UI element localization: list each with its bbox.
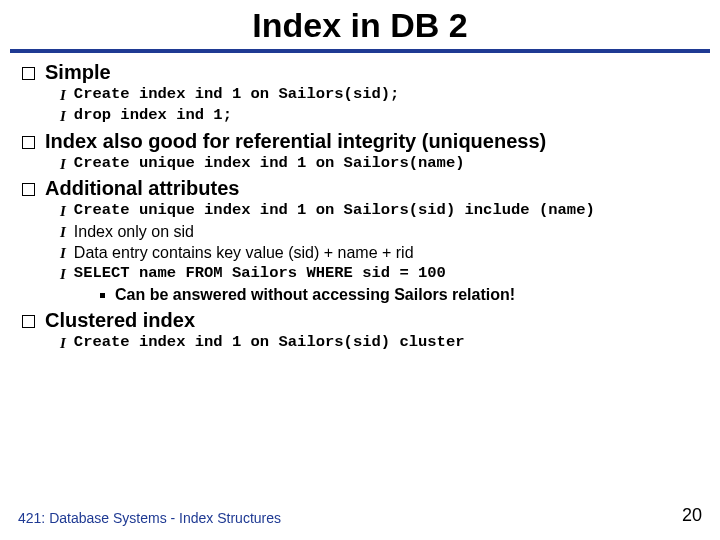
script-i-icon: I bbox=[60, 155, 66, 174]
item-text: Create index ind 1 on Sailors(sid) clust… bbox=[74, 333, 465, 352]
heading-text: Index also good for referential integrit… bbox=[45, 130, 546, 153]
slide-title: Index in DB 2 bbox=[0, 0, 720, 49]
section-heading: Index also good for referential integrit… bbox=[22, 130, 698, 153]
slide-content: Simple I Create index ind 1 on Sailors(s… bbox=[0, 61, 720, 353]
heading-text: Additional attributes bbox=[45, 177, 239, 200]
bullet-item: I Create index ind 1 on Sailors(sid) clu… bbox=[60, 333, 698, 353]
script-i-icon: I bbox=[60, 107, 66, 126]
section-heading: Additional attributes bbox=[22, 177, 698, 200]
bullet-item: I Data entry contains key value (sid) + … bbox=[60, 243, 698, 263]
script-i-icon: I bbox=[60, 223, 66, 242]
sub-bullet-item: Can be answered without accessing Sailor… bbox=[100, 285, 698, 305]
dot-bullet-icon bbox=[100, 293, 105, 298]
bullet-item: I drop index ind 1; bbox=[60, 106, 698, 126]
item-text: SELECT name FROM Sailors WHERE sid = 100 bbox=[74, 264, 446, 283]
item-text: Data entry contains key value (sid) + na… bbox=[74, 243, 414, 263]
script-i-icon: I bbox=[60, 244, 66, 263]
bullet-item: I Create index ind 1 on Sailors(sid); bbox=[60, 85, 698, 105]
item-text: Can be answered without accessing Sailor… bbox=[115, 285, 515, 305]
title-rule bbox=[10, 49, 710, 53]
bullet-item: I SELECT name FROM Sailors WHERE sid = 1… bbox=[60, 264, 698, 284]
slide: Index in DB 2 Simple I Create index ind … bbox=[0, 0, 720, 540]
footer-text: 421: Database Systems - Index Structures bbox=[18, 510, 281, 526]
heading-text: Clustered index bbox=[45, 309, 195, 332]
heading-text: Simple bbox=[45, 61, 111, 84]
footer: 421: Database Systems - Index Structures… bbox=[18, 505, 702, 526]
item-text: Create unique index ind 1 on Sailors(nam… bbox=[74, 154, 465, 173]
item-text: drop index ind 1; bbox=[74, 106, 232, 125]
square-bullet-icon bbox=[22, 183, 35, 196]
section-heading: Simple bbox=[22, 61, 698, 84]
square-bullet-icon bbox=[22, 315, 35, 328]
square-bullet-icon bbox=[22, 67, 35, 80]
script-i-icon: I bbox=[60, 202, 66, 221]
script-i-icon: I bbox=[60, 334, 66, 353]
item-text: Create index ind 1 on Sailors(sid); bbox=[74, 85, 400, 104]
script-i-icon: I bbox=[60, 86, 66, 105]
section-heading: Clustered index bbox=[22, 309, 698, 332]
square-bullet-icon bbox=[22, 136, 35, 149]
item-text: Create unique index ind 1 on Sailors(sid… bbox=[74, 201, 595, 220]
page-number: 20 bbox=[682, 505, 702, 526]
bullet-item: I Create unique index ind 1 on Sailors(n… bbox=[60, 154, 698, 174]
bullet-item: I Create unique index ind 1 on Sailors(s… bbox=[60, 201, 698, 221]
script-i-icon: I bbox=[60, 265, 66, 284]
bullet-item: I Index only on sid bbox=[60, 222, 698, 242]
item-text: Index only on sid bbox=[74, 222, 194, 242]
